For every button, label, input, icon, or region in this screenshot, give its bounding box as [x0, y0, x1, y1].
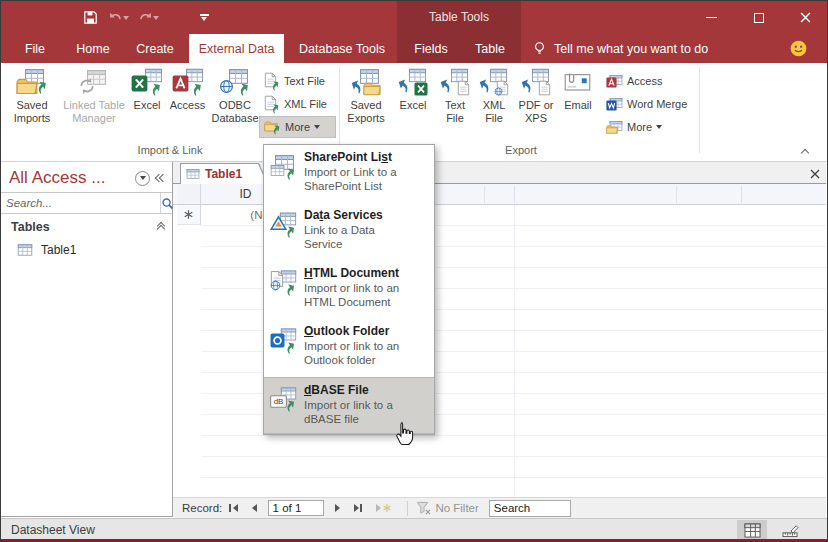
tab-create[interactable]: Create [128, 34, 182, 63]
export-text-file-button[interactable]: Text File [437, 66, 473, 144]
more-import-icon [264, 119, 281, 135]
tab-external-data[interactable]: External Data [189, 34, 284, 63]
record-position-box[interactable]: 1 of 1 [268, 500, 324, 516]
row-selector-header[interactable] [177, 184, 201, 204]
nav-section-label: Tables [11, 220, 158, 234]
nav-section-tables[interactable]: Tables [1, 214, 172, 238]
export-word-merge-button[interactable]: Word Merge [602, 93, 691, 115]
email-icon [562, 66, 594, 96]
undo-dropdown-icon[interactable] [123, 16, 129, 20]
customize-qat-button[interactable] [191, 5, 217, 31]
redo-dropdown-icon[interactable] [153, 16, 159, 20]
close-button[interactable] [783, 1, 828, 34]
tab-fields[interactable]: Fields [403, 34, 459, 63]
design-view-button[interactable] [775, 520, 805, 540]
word-merge-icon [606, 96, 623, 112]
import-excel-button[interactable]: Excel [128, 66, 166, 144]
menu-item-title: SharePoint List [304, 150, 416, 165]
tell-me-box[interactable]: Tell me what you want to do [533, 34, 708, 63]
access-import-icon [172, 66, 204, 96]
dbase-file-icon [270, 385, 297, 412]
status-bar: Datasheet View [1, 518, 827, 541]
tab-database-tools[interactable]: Database Tools [292, 34, 392, 63]
maximize-button[interactable] [736, 1, 781, 34]
column-separator [741, 186, 742, 203]
sharepoint-list-icon [270, 152, 297, 179]
saved-exports-button[interactable]: Saved Exports [343, 66, 389, 144]
odbc-database-icon [219, 66, 251, 96]
excel-export-icon [397, 66, 429, 96]
menu-item-outlook-folder[interactable]: Outlook Folder Import or link to an Outl… [264, 319, 434, 377]
redo-button[interactable] [133, 5, 163, 31]
export-email-button[interactable]: Email [558, 66, 598, 144]
column-separator [514, 186, 515, 203]
datasheet-view-button[interactable] [737, 520, 767, 540]
previous-record-button[interactable] [249, 501, 260, 516]
save-button[interactable] [77, 5, 103, 31]
export-pdf-xps-button[interactable]: PDF or XPS [514, 66, 558, 144]
menu-item-data-services[interactable]: Data Services Link to a Data Service [264, 203, 434, 261]
menu-item-description: Import or link to an HTML Document [304, 282, 416, 309]
new-record-star-icon [382, 503, 392, 513]
new-record-selector[interactable] [177, 205, 201, 225]
tab-table[interactable]: Table [464, 34, 516, 63]
nav-search-input[interactable] [1, 193, 160, 213]
export-more-button[interactable]: More [602, 116, 666, 138]
saved-exports-icon [350, 66, 382, 96]
record-search-input[interactable] [489, 500, 571, 517]
menu-item-title: Outlook Folder [304, 324, 416, 339]
shutter-bar-button[interactable] [156, 175, 166, 181]
import-access-button[interactable]: Access [166, 66, 209, 144]
export-access-button[interactable]: Access [602, 70, 666, 92]
xml-file-export-icon [478, 66, 510, 96]
export-xml-file-button[interactable]: XML File [474, 66, 514, 144]
collapse-ribbon-button[interactable] [797, 147, 813, 159]
search-button[interactable] [160, 193, 174, 213]
view-switcher [737, 519, 805, 541]
document-tab-table1[interactable]: Table1 [180, 163, 268, 184]
next-record-button[interactable] [332, 501, 343, 516]
column-separator [484, 186, 485, 203]
minimize-button[interactable] [689, 1, 734, 34]
text-file-export-icon [439, 66, 471, 96]
group-separator [699, 67, 700, 153]
new-record-button[interactable] [373, 501, 396, 516]
design-view-icon [782, 523, 799, 538]
first-record-button[interactable] [226, 501, 240, 516]
nav-item-table1[interactable]: Table1 [1, 238, 172, 262]
pdf-xps-icon [520, 66, 552, 96]
tab-home[interactable]: Home [67, 34, 119, 63]
more-dropdown-menu: SharePoint List Import or Link to a Shar… [263, 144, 435, 435]
document-tab-label: Table1 [205, 167, 242, 181]
export-excel-button[interactable]: Excel [391, 66, 435, 144]
no-filter-button[interactable]: No Filter [416, 501, 478, 515]
filter-icon [416, 501, 431, 515]
smiley-icon [790, 40, 807, 57]
record-label: Record: [182, 502, 222, 514]
nav-pane-menu-button[interactable] [135, 171, 150, 186]
nav-pane-header[interactable]: All Access ... [1, 162, 172, 192]
hand-cursor [392, 421, 415, 448]
feedback-smiley-button[interactable] [790, 34, 807, 63]
tab-file[interactable]: File [13, 34, 57, 63]
saved-imports-button[interactable]: Saved Imports [5, 66, 59, 144]
menu-item-sharepoint-list[interactable]: SharePoint List Import or Link to a Shar… [264, 145, 434, 203]
html-document-icon [270, 268, 297, 295]
access-export-icon [606, 73, 623, 89]
import-odbc-button[interactable]: ODBC Database [210, 66, 260, 144]
saved-imports-icon [16, 66, 48, 96]
import-xml-file-button[interactable]: XML File [260, 93, 331, 115]
import-text-file-button[interactable]: Text File [260, 70, 329, 92]
quick-access-toolbar [77, 1, 217, 34]
undo-button[interactable] [103, 5, 133, 31]
last-record-button[interactable] [351, 501, 365, 516]
close-document-button[interactable] [807, 166, 823, 181]
dropdown-arrow-icon [656, 125, 662, 129]
import-more-button[interactable]: More [259, 116, 336, 138]
datasheet-view-icon [744, 523, 761, 538]
collapse-section-icon[interactable] [158, 223, 164, 232]
group-separator [339, 67, 340, 153]
column-separator [676, 186, 677, 203]
table-icon [17, 242, 33, 258]
menu-item-html-document[interactable]: HTML Document Import or link to an HTML … [264, 261, 434, 319]
